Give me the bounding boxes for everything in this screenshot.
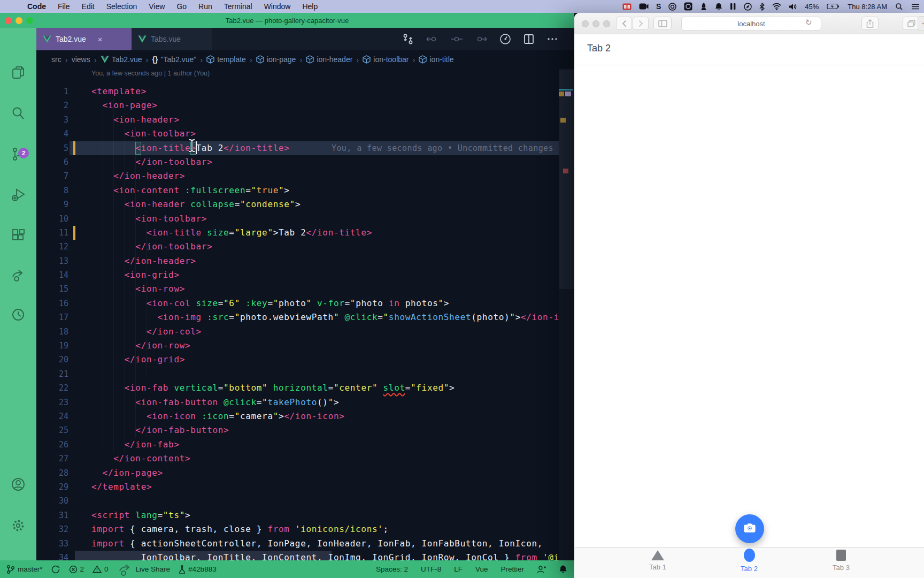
menu-status-film[interactable] <box>622 3 632 10</box>
code-line-19[interactable]: </ion-row> <box>91 339 559 353</box>
status-spaces-2[interactable]: Spaces: 2 <box>376 565 408 573</box>
breadcrumb-item-iontitle[interactable]: ion-title <box>419 55 453 64</box>
menu-status-spiral[interactable] <box>668 3 676 11</box>
code-line-30[interactable] <box>91 494 559 508</box>
breadcrumb[interactable]: src›views›Tab2.vue›{}"Tab2.vue"›template… <box>36 50 574 69</box>
breadcrumb-item-template[interactable]: template <box>206 55 246 64</box>
menu-status-wifi[interactable] <box>772 3 781 10</box>
code-line-10[interactable]: <ion-toolbar> <box>91 212 559 226</box>
code-line-15[interactable]: <ion-row> <box>91 282 559 296</box>
activity-history-icon[interactable] <box>0 302 36 328</box>
scrollbar-thumb[interactable] <box>559 70 574 289</box>
breadcrumb-item-views[interactable]: views <box>72 55 90 64</box>
more-actions-icon[interactable] <box>546 33 558 45</box>
menu-status-letter-s[interactable]: S <box>656 2 661 11</box>
menu-status-rocket[interactable] <box>700 3 707 11</box>
status-master-[interactable]: master* <box>6 565 43 574</box>
activity-live-share-icon[interactable] <box>0 262 36 288</box>
code-line-17[interactable]: <ion-img :src="photo.webviewPath" @click… <box>91 310 559 324</box>
menu-status-volume[interactable] <box>789 3 797 10</box>
new-tab-button[interactable]: + <box>918 16 924 31</box>
activity-extensions-icon[interactable] <box>0 223 36 248</box>
status-vue[interactable]: Vue <box>475 565 488 573</box>
split-editor-icon[interactable] <box>523 33 535 45</box>
address-bar[interactable]: localhost <box>681 17 821 31</box>
status-prettier[interactable]: Prettier <box>500 565 524 573</box>
breadcrumb-item-tab2vue[interactable]: {}"Tab2.vue" <box>152 55 197 64</box>
menu-status-bluetooth[interactable] <box>759 3 765 11</box>
menu-item-window[interactable]: Window <box>258 2 297 11</box>
activity-files-icon[interactable] <box>0 60 36 86</box>
tab-tab2-vue[interactable]: Tab2.vue× <box>36 28 132 50</box>
code-line-8[interactable]: <ion-content :fullscreen="true"> <box>91 184 559 197</box>
activity-account-icon[interactable] <box>0 471 36 497</box>
current-change-icon[interactable] <box>450 35 463 43</box>
menu-status-bell[interactable] <box>715 3 722 11</box>
code-line-20[interactable]: </ion-grid> <box>91 353 559 367</box>
compare-changes-icon[interactable] <box>402 33 414 45</box>
code-line-3[interactable]: <ion-header> <box>91 113 559 127</box>
status--42b883[interactable]: #42b883 <box>179 565 217 574</box>
ionic-tab-tab-3[interactable]: Tab 3 <box>809 550 873 572</box>
code-line-22[interactable]: <ion-fab vertical="bottom" horizontal="c… <box>91 381 559 395</box>
status-0[interactable]: 0 <box>93 565 109 573</box>
activity-run-debug-icon[interactable] <box>0 182 36 208</box>
status-sync[interactable] <box>51 565 60 574</box>
menu-status-camera[interactable] <box>639 3 649 10</box>
menu-item-edit[interactable]: Edit <box>76 2 101 11</box>
menu-item-file[interactable]: File <box>52 2 76 11</box>
code-line-1[interactable]: <template> <box>91 85 559 98</box>
code-line-6[interactable]: </ion-toolbar> <box>91 155 559 169</box>
menu-status-compass[interactable] <box>744 3 752 11</box>
forward-button[interactable] <box>633 17 649 30</box>
menu-bar-clock[interactable]: Thu 8:28 AM <box>848 3 887 11</box>
previous-change-icon[interactable] <box>426 35 438 43</box>
sidebar-toggle-icon[interactable] <box>653 17 672 30</box>
camera-fab-button[interactable] <box>735 514 764 543</box>
code-line-14[interactable]: <ion-grid> <box>91 268 559 282</box>
breadcrumb-item-iontoolbar[interactable]: ion-toolbar <box>363 55 409 64</box>
spotlight-search-icon[interactable] <box>895 3 903 11</box>
code-line-24[interactable]: <ion-icon :icon="camera"></ion-icon> <box>91 409 559 423</box>
tab-tabs-vue[interactable]: Tabs.vue <box>132 28 212 50</box>
status-2[interactable]: 2 <box>69 565 84 574</box>
menu-item-run[interactable]: Run <box>192 2 218 11</box>
activity-search-icon[interactable] <box>0 101 36 126</box>
code-line-29[interactable]: </template> <box>91 480 559 494</box>
ionic-tab-tab-2[interactable]: Tab 2 <box>717 550 781 573</box>
code-line-9[interactable]: <ion-header collapse="condense"> <box>91 197 559 211</box>
status-feedback-icon[interactable] <box>537 565 546 574</box>
menu-status-box[interactable] <box>684 2 692 11</box>
share-icon[interactable] <box>861 17 879 30</box>
code-line-12[interactable]: </ion-toolbar> <box>91 240 559 254</box>
breadcrumb-item-src[interactable]: src <box>51 55 61 64</box>
safari-close-button[interactable] <box>582 20 589 27</box>
timeline-icon[interactable] <box>499 33 511 45</box>
code-line-21[interactable] <box>91 367 559 381</box>
menu-item-go[interactable]: Go <box>171 2 192 11</box>
breadcrumb-item-ionpage[interactable]: ion-page <box>256 55 296 64</box>
menu-item-terminal[interactable]: Terminal <box>218 2 258 11</box>
code-line-16[interactable]: <ion-col size="6" :key="photo" v-for="ph… <box>91 296 559 310</box>
code-line-11[interactable]: <ion-title size="large">Tab 2</ion-title… <box>91 226 559 240</box>
status-live-share[interactable]: Live Share <box>117 561 171 577</box>
safari-minimize-button[interactable] <box>592 20 599 27</box>
menu-item-help[interactable]: Help <box>296 2 324 11</box>
breadcrumb-item-ionheader[interactable]: ion-header <box>306 55 352 64</box>
code-line-33[interactable]: import { actionSheetController, IonPage,… <box>91 537 559 551</box>
next-change-icon[interactable] <box>475 35 488 43</box>
status-bell-icon[interactable] <box>559 565 567 573</box>
code-line-28[interactable]: </ion-page> <box>91 466 559 480</box>
code-line-4[interactable]: <ion-toolbar> <box>91 127 559 141</box>
code-area[interactable]: <template> <ion-page> <ion-header> <ion-… <box>91 85 559 565</box>
status-utf-8[interactable]: UTF-8 <box>421 565 441 573</box>
code-line-2[interactable]: <ion-page> <box>91 98 559 112</box>
close-icon[interactable]: × <box>98 35 103 44</box>
code-line-31[interactable]: <script lang="ts"> <box>91 508 559 522</box>
status-lf[interactable]: LF <box>454 565 463 573</box>
code-line-25[interactable]: </ion-fab-button> <box>91 423 559 437</box>
code-line-13[interactable]: </ion-header> <box>91 254 559 268</box>
back-button[interactable] <box>616 17 632 30</box>
code-line-23[interactable]: <ion-fab-button @click="takePhoto()"> <box>91 396 559 409</box>
reload-icon[interactable]: ↻ <box>805 18 812 27</box>
